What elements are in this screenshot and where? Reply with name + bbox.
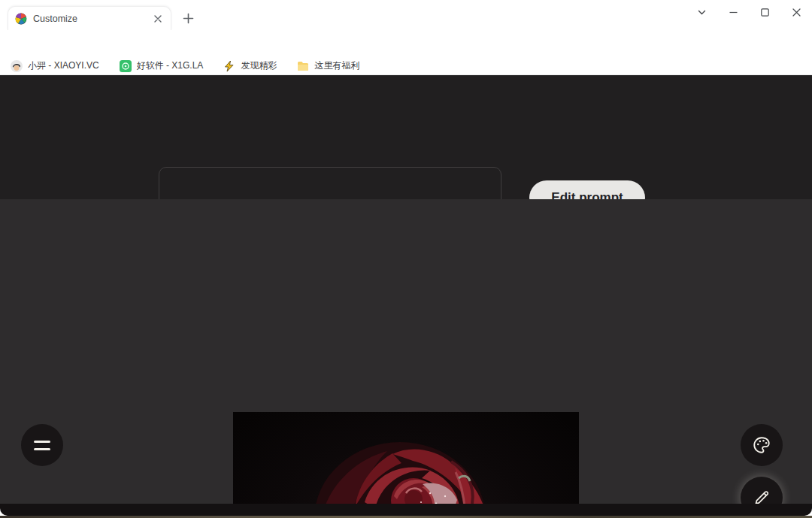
window-controls <box>686 0 812 24</box>
browser-window: Customize <box>0 0 812 518</box>
bookmarks-bar: 小羿 - XIAOYI.VC 好软件 - X1G.LA 发现精彩 这里有福利 <box>0 57 812 75</box>
hamburger-icon <box>34 441 50 450</box>
bookmark-benefits[interactable]: 这里有福利 <box>297 59 359 72</box>
minimize-button[interactable] <box>717 1 749 23</box>
close-window-button[interactable] <box>780 1 812 23</box>
tab-close-icon[interactable] <box>152 13 164 25</box>
bookmark-discover[interactable]: 发现精彩 <box>223 59 277 72</box>
yellow-bolt-icon <box>223 60 235 72</box>
page-footer <box>0 504 812 516</box>
green-app-icon <box>120 60 132 72</box>
menu-button[interactable] <box>21 424 63 466</box>
palette-favicon-icon <box>15 13 27 25</box>
rose-photo <box>233 412 579 518</box>
palette-icon <box>752 435 771 455</box>
maximize-button[interactable] <box>749 1 780 23</box>
person-avatar-icon <box>11 60 23 72</box>
editor-main: New Download <box>0 199 812 504</box>
yellow-folder-icon <box>297 60 309 72</box>
tab-title: Customize <box>33 14 152 24</box>
tab-search-chevron-icon[interactable] <box>686 1 717 23</box>
prompt-header: A stock photo of tissue, night, tear, he… <box>0 75 812 199</box>
bookmark-xiaoyi[interactable]: 小羿 - XIAOYI.VC <box>11 59 99 72</box>
new-tab-button[interactable] <box>179 9 197 27</box>
bookmark-x1g[interactable]: 好软件 - X1G.LA <box>120 59 204 72</box>
browser-toolbar: palette.fm/color/edit <box>0 30 812 57</box>
browser-tab[interactable]: Customize <box>8 6 171 30</box>
tab-strip: Customize <box>0 0 812 30</box>
palette-tool-button[interactable] <box>741 424 783 466</box>
